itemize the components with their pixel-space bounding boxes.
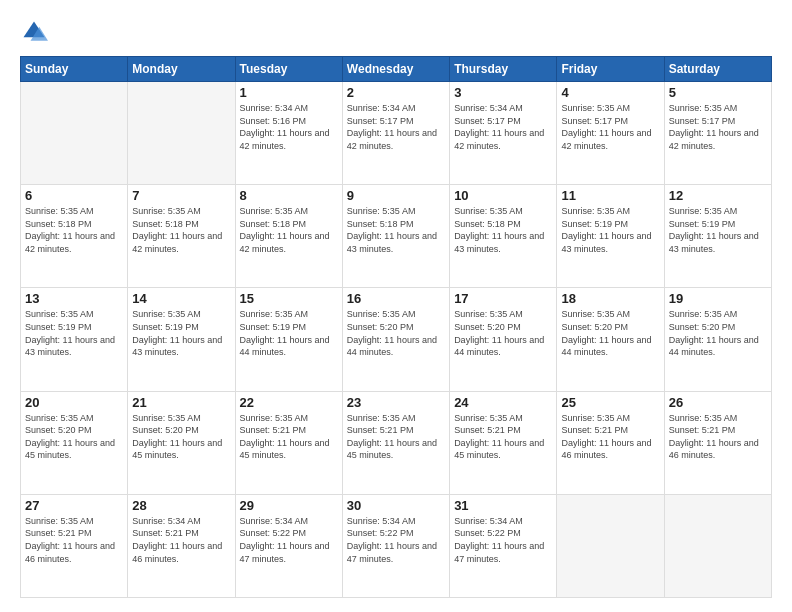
day-info: Sunrise: 5:35 AMSunset: 5:20 PMDaylight:… <box>669 308 767 358</box>
week-row-3: 13Sunrise: 5:35 AMSunset: 5:19 PMDayligh… <box>21 288 772 391</box>
day-info: Sunrise: 5:35 AMSunset: 5:21 PMDaylight:… <box>240 412 338 462</box>
day-info: Sunrise: 5:34 AMSunset: 5:16 PMDaylight:… <box>240 102 338 152</box>
week-row-2: 6Sunrise: 5:35 AMSunset: 5:18 PMDaylight… <box>21 185 772 288</box>
day-number: 23 <box>347 395 445 410</box>
day-cell: 21Sunrise: 5:35 AMSunset: 5:20 PMDayligh… <box>128 391 235 494</box>
day-cell: 14Sunrise: 5:35 AMSunset: 5:19 PMDayligh… <box>128 288 235 391</box>
day-cell: 27Sunrise: 5:35 AMSunset: 5:21 PMDayligh… <box>21 494 128 597</box>
day-number: 12 <box>669 188 767 203</box>
day-number: 19 <box>669 291 767 306</box>
day-number: 28 <box>132 498 230 513</box>
day-cell: 3Sunrise: 5:34 AMSunset: 5:17 PMDaylight… <box>450 82 557 185</box>
day-number: 2 <box>347 85 445 100</box>
day-info: Sunrise: 5:35 AMSunset: 5:21 PMDaylight:… <box>669 412 767 462</box>
day-number: 11 <box>561 188 659 203</box>
day-number: 4 <box>561 85 659 100</box>
day-cell <box>557 494 664 597</box>
day-cell: 13Sunrise: 5:35 AMSunset: 5:19 PMDayligh… <box>21 288 128 391</box>
day-number: 14 <box>132 291 230 306</box>
day-number: 30 <box>347 498 445 513</box>
day-info: Sunrise: 5:35 AMSunset: 5:21 PMDaylight:… <box>561 412 659 462</box>
day-cell: 25Sunrise: 5:35 AMSunset: 5:21 PMDayligh… <box>557 391 664 494</box>
day-cell: 19Sunrise: 5:35 AMSunset: 5:20 PMDayligh… <box>664 288 771 391</box>
day-cell: 4Sunrise: 5:35 AMSunset: 5:17 PMDaylight… <box>557 82 664 185</box>
weekday-friday: Friday <box>557 57 664 82</box>
day-number: 7 <box>132 188 230 203</box>
day-cell: 5Sunrise: 5:35 AMSunset: 5:17 PMDaylight… <box>664 82 771 185</box>
day-number: 6 <box>25 188 123 203</box>
day-cell: 7Sunrise: 5:35 AMSunset: 5:18 PMDaylight… <box>128 185 235 288</box>
day-cell: 22Sunrise: 5:35 AMSunset: 5:21 PMDayligh… <box>235 391 342 494</box>
day-cell: 18Sunrise: 5:35 AMSunset: 5:20 PMDayligh… <box>557 288 664 391</box>
day-info: Sunrise: 5:35 AMSunset: 5:20 PMDaylight:… <box>25 412 123 462</box>
week-row-1: 1Sunrise: 5:34 AMSunset: 5:16 PMDaylight… <box>21 82 772 185</box>
day-info: Sunrise: 5:35 AMSunset: 5:20 PMDaylight:… <box>561 308 659 358</box>
day-info: Sunrise: 5:35 AMSunset: 5:21 PMDaylight:… <box>25 515 123 565</box>
day-cell: 1Sunrise: 5:34 AMSunset: 5:16 PMDaylight… <box>235 82 342 185</box>
week-row-4: 20Sunrise: 5:35 AMSunset: 5:20 PMDayligh… <box>21 391 772 494</box>
day-info: Sunrise: 5:34 AMSunset: 5:17 PMDaylight:… <box>347 102 445 152</box>
weekday-tuesday: Tuesday <box>235 57 342 82</box>
day-number: 16 <box>347 291 445 306</box>
day-cell: 6Sunrise: 5:35 AMSunset: 5:18 PMDaylight… <box>21 185 128 288</box>
day-info: Sunrise: 5:35 AMSunset: 5:18 PMDaylight:… <box>240 205 338 255</box>
day-number: 15 <box>240 291 338 306</box>
weekday-monday: Monday <box>128 57 235 82</box>
day-cell: 15Sunrise: 5:35 AMSunset: 5:19 PMDayligh… <box>235 288 342 391</box>
day-number: 3 <box>454 85 552 100</box>
day-cell: 10Sunrise: 5:35 AMSunset: 5:18 PMDayligh… <box>450 185 557 288</box>
day-info: Sunrise: 5:35 AMSunset: 5:19 PMDaylight:… <box>240 308 338 358</box>
day-number: 18 <box>561 291 659 306</box>
calendar-table: SundayMondayTuesdayWednesdayThursdayFrid… <box>20 56 772 598</box>
day-info: Sunrise: 5:35 AMSunset: 5:21 PMDaylight:… <box>454 412 552 462</box>
day-number: 9 <box>347 188 445 203</box>
day-info: Sunrise: 5:35 AMSunset: 5:19 PMDaylight:… <box>561 205 659 255</box>
day-cell <box>128 82 235 185</box>
day-info: Sunrise: 5:35 AMSunset: 5:18 PMDaylight:… <box>132 205 230 255</box>
day-cell <box>21 82 128 185</box>
day-cell: 17Sunrise: 5:35 AMSunset: 5:20 PMDayligh… <box>450 288 557 391</box>
day-info: Sunrise: 5:35 AMSunset: 5:19 PMDaylight:… <box>669 205 767 255</box>
day-number: 17 <box>454 291 552 306</box>
day-cell: 30Sunrise: 5:34 AMSunset: 5:22 PMDayligh… <box>342 494 449 597</box>
day-cell: 2Sunrise: 5:34 AMSunset: 5:17 PMDaylight… <box>342 82 449 185</box>
day-number: 26 <box>669 395 767 410</box>
day-cell: 16Sunrise: 5:35 AMSunset: 5:20 PMDayligh… <box>342 288 449 391</box>
header <box>20 18 772 46</box>
day-info: Sunrise: 5:35 AMSunset: 5:20 PMDaylight:… <box>454 308 552 358</box>
day-cell <box>664 494 771 597</box>
day-info: Sunrise: 5:35 AMSunset: 5:19 PMDaylight:… <box>132 308 230 358</box>
day-cell: 8Sunrise: 5:35 AMSunset: 5:18 PMDaylight… <box>235 185 342 288</box>
page: SundayMondayTuesdayWednesdayThursdayFrid… <box>0 0 792 612</box>
day-info: Sunrise: 5:35 AMSunset: 5:18 PMDaylight:… <box>25 205 123 255</box>
day-number: 21 <box>132 395 230 410</box>
day-info: Sunrise: 5:34 AMSunset: 5:21 PMDaylight:… <box>132 515 230 565</box>
day-cell: 11Sunrise: 5:35 AMSunset: 5:19 PMDayligh… <box>557 185 664 288</box>
day-number: 8 <box>240 188 338 203</box>
day-cell: 20Sunrise: 5:35 AMSunset: 5:20 PMDayligh… <box>21 391 128 494</box>
day-cell: 31Sunrise: 5:34 AMSunset: 5:22 PMDayligh… <box>450 494 557 597</box>
day-cell: 12Sunrise: 5:35 AMSunset: 5:19 PMDayligh… <box>664 185 771 288</box>
weekday-saturday: Saturday <box>664 57 771 82</box>
day-cell: 24Sunrise: 5:35 AMSunset: 5:21 PMDayligh… <box>450 391 557 494</box>
day-number: 27 <box>25 498 123 513</box>
day-number: 25 <box>561 395 659 410</box>
day-number: 29 <box>240 498 338 513</box>
day-info: Sunrise: 5:34 AMSunset: 5:22 PMDaylight:… <box>347 515 445 565</box>
day-cell: 26Sunrise: 5:35 AMSunset: 5:21 PMDayligh… <box>664 391 771 494</box>
day-cell: 28Sunrise: 5:34 AMSunset: 5:21 PMDayligh… <box>128 494 235 597</box>
day-info: Sunrise: 5:35 AMSunset: 5:20 PMDaylight:… <box>132 412 230 462</box>
day-info: Sunrise: 5:35 AMSunset: 5:17 PMDaylight:… <box>561 102 659 152</box>
day-number: 10 <box>454 188 552 203</box>
weekday-sunday: Sunday <box>21 57 128 82</box>
day-info: Sunrise: 5:35 AMSunset: 5:20 PMDaylight:… <box>347 308 445 358</box>
day-info: Sunrise: 5:34 AMSunset: 5:17 PMDaylight:… <box>454 102 552 152</box>
day-info: Sunrise: 5:34 AMSunset: 5:22 PMDaylight:… <box>454 515 552 565</box>
day-number: 22 <box>240 395 338 410</box>
day-number: 24 <box>454 395 552 410</box>
day-info: Sunrise: 5:35 AMSunset: 5:17 PMDaylight:… <box>669 102 767 152</box>
day-cell: 29Sunrise: 5:34 AMSunset: 5:22 PMDayligh… <box>235 494 342 597</box>
day-cell: 23Sunrise: 5:35 AMSunset: 5:21 PMDayligh… <box>342 391 449 494</box>
weekday-thursday: Thursday <box>450 57 557 82</box>
day-info: Sunrise: 5:34 AMSunset: 5:22 PMDaylight:… <box>240 515 338 565</box>
